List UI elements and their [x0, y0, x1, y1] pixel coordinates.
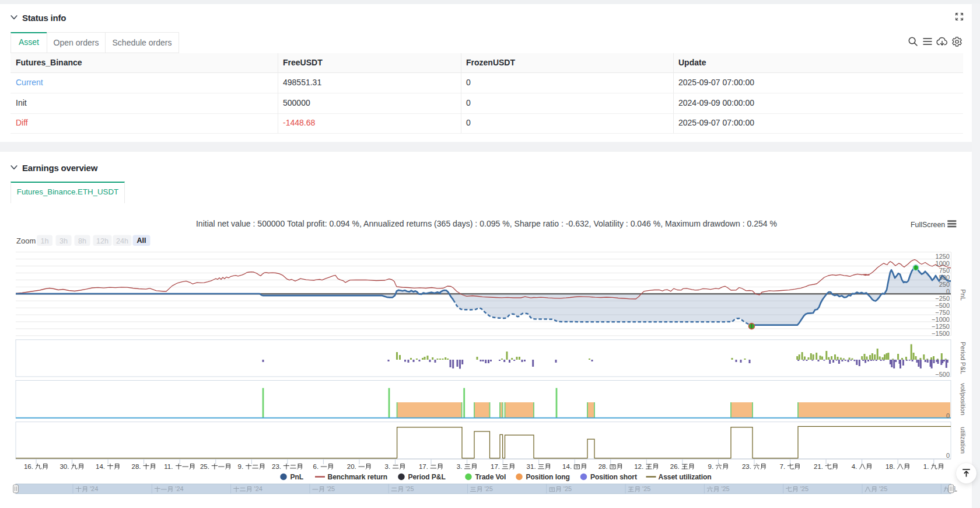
svg-text:−500: −500 [935, 302, 950, 309]
svg-text:25.: 25. [200, 463, 209, 470]
svg-text:14.: 14. [562, 463, 572, 470]
svg-text:−750: −750 [935, 309, 950, 316]
svg-text:vol/position: vol/position [960, 383, 967, 415]
svg-text:−1250: −1250 [932, 323, 950, 330]
svg-text:11.: 11. [164, 463, 173, 470]
svg-text:6.: 6. [313, 463, 319, 470]
svg-text:'24: '24 [254, 485, 262, 492]
svg-text:Asset utilization: Asset utilization [659, 473, 712, 481]
svg-text:'25: '25 [800, 485, 808, 492]
svg-text:'25: '25 [642, 485, 650, 492]
svg-text:PnL: PnL [960, 289, 967, 301]
svg-text:0: 0 [946, 288, 950, 295]
svg-text:−500: −500 [935, 371, 950, 378]
svg-text:26.: 26. [670, 463, 680, 470]
svg-text:−1000: −1000 [932, 316, 950, 323]
svg-text:−1500: −1500 [932, 330, 950, 337]
svg-text:28.: 28. [132, 463, 141, 470]
svg-text:7.: 7. [780, 463, 786, 470]
svg-text:28.: 28. [598, 463, 608, 470]
svg-text:500: 500 [939, 274, 950, 281]
svg-text:PnL: PnL [290, 473, 304, 481]
svg-text:Initial net value : 500000 Tot: Initial net value : 500000 Total profit:… [196, 219, 777, 228]
svg-text:750: 750 [939, 267, 950, 274]
svg-text:Period P&L: Period P&L [408, 473, 446, 481]
svg-text:−250: −250 [935, 295, 950, 302]
svg-text:'25: '25 [564, 485, 572, 492]
svg-text:'25: '25 [721, 485, 729, 492]
svg-text:250: 250 [939, 281, 950, 288]
svg-text:17.: 17. [419, 463, 428, 470]
svg-text:18.: 18. [886, 463, 895, 470]
svg-text:16.: 16. [24, 463, 33, 470]
svg-text:0: 0 [946, 412, 950, 419]
svg-text:1250: 1250 [936, 253, 950, 260]
svg-text:Zoom: Zoom [16, 236, 36, 245]
svg-text:'24: '24 [90, 485, 98, 492]
svg-text:23.: 23. [742, 463, 751, 470]
svg-text:31.: 31. [527, 463, 536, 470]
svg-text:'25: '25 [879, 485, 887, 492]
svg-text:23.: 23. [272, 463, 281, 470]
svg-text:0: 0 [946, 452, 950, 459]
svg-text:Benchmark return: Benchmark return [328, 473, 388, 481]
svg-text:3.: 3. [457, 463, 463, 470]
svg-text:14.: 14. [96, 463, 105, 470]
svg-text:3.: 3. [385, 463, 391, 470]
svg-text:3h: 3h [60, 237, 68, 245]
svg-text:12.: 12. [634, 463, 643, 470]
svg-text:Period P&L: Period P&L [960, 342, 967, 374]
svg-text:Trade Vol: Trade Vol [475, 473, 506, 481]
svg-text:30.: 30. [60, 463, 69, 470]
svg-text:8h: 8h [78, 237, 86, 245]
svg-text:FullScreen: FullScreen [911, 221, 945, 229]
svg-text:12h: 12h [96, 237, 108, 245]
svg-text:1000: 1000 [936, 260, 950, 267]
svg-text:21.: 21. [814, 463, 823, 470]
svg-text:20.: 20. [347, 463, 356, 470]
svg-text:'25: '25 [405, 485, 414, 492]
svg-text:Position long: Position long [526, 473, 570, 481]
svg-text:'25: '25 [327, 485, 335, 492]
svg-text:24h: 24h [116, 237, 128, 245]
svg-text:All: All [136, 236, 146, 245]
svg-text:4.: 4. [852, 463, 858, 470]
svg-text:utilization: utilization [960, 427, 967, 454]
svg-text:'24: '24 [175, 485, 183, 492]
svg-text:1h: 1h [40, 237, 48, 245]
svg-text:9.: 9. [708, 463, 714, 470]
svg-text:'25: '25 [485, 485, 493, 492]
svg-text:17.: 17. [491, 463, 500, 470]
svg-text:1.: 1. [923, 463, 929, 470]
svg-text:9.: 9. [238, 463, 244, 470]
svg-text:Position short: Position short [590, 473, 637, 481]
